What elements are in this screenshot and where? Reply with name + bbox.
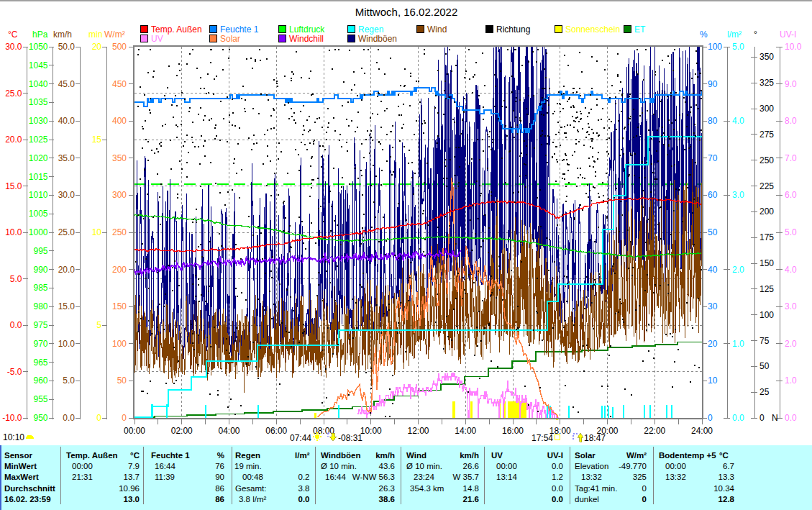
svg-text:10.34: 10.34 xyxy=(713,484,734,493)
svg-text:0: 0 xyxy=(642,495,647,504)
svg-text:985: 985 xyxy=(33,283,47,293)
svg-text:70: 70 xyxy=(708,153,718,163)
svg-text:35.0: 35.0 xyxy=(58,153,76,163)
svg-text:%: % xyxy=(217,451,224,460)
svg-text:0.0: 0.0 xyxy=(785,413,797,423)
svg-text:5: 5 xyxy=(96,320,101,330)
svg-text:5.0: 5.0 xyxy=(732,42,744,52)
svg-text:1030: 1030 xyxy=(29,116,48,126)
svg-text:dunkel: dunkel xyxy=(575,495,599,504)
svg-text:1.2: 1.2 xyxy=(552,473,563,481)
svg-text:3.8 l/m²: 3.8 l/m² xyxy=(239,495,267,504)
svg-text:Solar: Solar xyxy=(575,451,596,460)
svg-text:°C: °C xyxy=(719,451,729,460)
svg-text:Regen: Regen xyxy=(358,24,383,35)
svg-text:Bodentemp +5: Bodentemp +5 xyxy=(659,451,716,460)
svg-text:l/m²: l/m² xyxy=(295,451,310,460)
svg-text:Durchschnitt: Durchschnitt xyxy=(4,484,55,493)
svg-text:Ø 10 min.: Ø 10 min. xyxy=(321,462,357,470)
svg-text:40.0: 40.0 xyxy=(58,116,76,126)
svg-text:325: 325 xyxy=(633,473,647,481)
svg-text:0.0: 0.0 xyxy=(552,495,563,504)
svg-text:150: 150 xyxy=(759,258,774,268)
svg-text:°C: °C xyxy=(130,451,140,460)
svg-text:07:44: 07:44 xyxy=(290,433,311,443)
svg-text:200: 200 xyxy=(759,206,774,217)
svg-text:N: N xyxy=(772,413,778,423)
svg-text:00:00: 00:00 xyxy=(124,426,145,436)
svg-text:UV-I: UV-I xyxy=(547,451,563,460)
svg-text:16.02. 23:59: 16.02. 23:59 xyxy=(4,495,51,504)
svg-text:02:00: 02:00 xyxy=(171,426,193,436)
svg-text:1025: 1025 xyxy=(29,135,48,145)
svg-text:Sensor: Sensor xyxy=(4,451,33,460)
svg-text:20.0: 20.0 xyxy=(58,265,76,275)
svg-text:Feuchte 1: Feuchte 1 xyxy=(220,24,259,35)
svg-text:00:00: 00:00 xyxy=(496,462,517,470)
svg-text:100: 100 xyxy=(759,310,774,320)
svg-text:0.0: 0.0 xyxy=(298,495,310,504)
svg-text:Mittwoch, 16.02.2022: Mittwoch, 16.02.2022 xyxy=(355,6,458,18)
svg-text:0.0: 0.0 xyxy=(552,462,563,470)
svg-text:75: 75 xyxy=(759,336,770,346)
svg-text:225: 225 xyxy=(759,181,774,191)
svg-text:30.0: 30.0 xyxy=(58,190,76,200)
svg-text:-08:31: -08:31 xyxy=(338,433,362,443)
svg-text:500: 500 xyxy=(112,42,127,52)
svg-text:Windböen: Windböen xyxy=(321,451,360,460)
svg-text:43.6: 43.6 xyxy=(379,462,395,470)
svg-text:l/m²: l/m² xyxy=(727,29,742,40)
svg-text:14.8: 14.8 xyxy=(463,484,479,493)
svg-text:1.0: 1.0 xyxy=(785,375,797,386)
svg-text:10.96: 10.96 xyxy=(119,484,140,493)
svg-text:13.3: 13.3 xyxy=(719,473,734,481)
svg-text:1045: 1045 xyxy=(29,60,48,70)
svg-text:°C: °C xyxy=(8,29,18,40)
svg-text:50: 50 xyxy=(117,375,127,386)
svg-text:50.0: 50.0 xyxy=(58,42,76,52)
svg-text:00:48: 00:48 xyxy=(242,473,263,481)
svg-text:25: 25 xyxy=(759,387,770,397)
svg-text:W/m²: W/m² xyxy=(626,451,647,460)
svg-text:26.6: 26.6 xyxy=(463,462,479,470)
svg-text:16:44: 16:44 xyxy=(155,462,175,470)
svg-text:Wind: Wind xyxy=(427,24,447,35)
svg-text:995: 995 xyxy=(33,246,47,256)
svg-text:950: 950 xyxy=(33,413,47,423)
svg-text:76: 76 xyxy=(215,462,224,470)
svg-text:3.0: 3.0 xyxy=(785,301,797,311)
svg-text:275: 275 xyxy=(759,129,774,140)
svg-text:1035: 1035 xyxy=(29,97,48,107)
svg-text:04:00: 04:00 xyxy=(218,426,240,436)
svg-text:Feuchte 1: Feuchte 1 xyxy=(151,451,190,460)
svg-text:10:10: 10:10 xyxy=(3,432,24,442)
svg-text:Temp. Außen: Temp. Außen xyxy=(66,451,118,460)
svg-text:10: 10 xyxy=(708,375,718,386)
svg-text:0: 0 xyxy=(122,413,127,423)
svg-text:Wind: Wind xyxy=(406,451,426,460)
svg-text:20.0: 20.0 xyxy=(5,135,22,145)
svg-text:W/m²: W/m² xyxy=(104,29,125,40)
svg-text:16:00: 16:00 xyxy=(502,426,524,436)
svg-text:955: 955 xyxy=(33,394,47,404)
svg-text:11:39: 11:39 xyxy=(155,473,175,481)
svg-text:50: 50 xyxy=(759,361,770,371)
svg-text:km/h: km/h xyxy=(375,451,395,460)
svg-text:10:00: 10:00 xyxy=(360,426,382,436)
svg-text:min: min xyxy=(88,29,102,40)
svg-text:13.0: 13.0 xyxy=(124,495,140,504)
svg-text:21.6: 21.6 xyxy=(463,495,479,504)
svg-text:UV-I: UV-I xyxy=(780,29,796,40)
svg-text:175: 175 xyxy=(759,232,774,242)
svg-text:975: 975 xyxy=(33,320,47,330)
svg-text:300: 300 xyxy=(759,104,774,114)
svg-text:4.0: 4.0 xyxy=(732,116,744,126)
svg-text:3.0: 3.0 xyxy=(732,190,744,200)
svg-text:0.0: 0.0 xyxy=(732,413,744,423)
svg-text:100: 100 xyxy=(112,339,127,349)
svg-text:km/h: km/h xyxy=(53,29,72,40)
svg-text:hPa: hPa xyxy=(32,29,48,40)
svg-text:°: ° xyxy=(754,29,757,40)
svg-text:19 min.: 19 min. xyxy=(234,462,262,470)
svg-text:14:00: 14:00 xyxy=(455,426,476,436)
